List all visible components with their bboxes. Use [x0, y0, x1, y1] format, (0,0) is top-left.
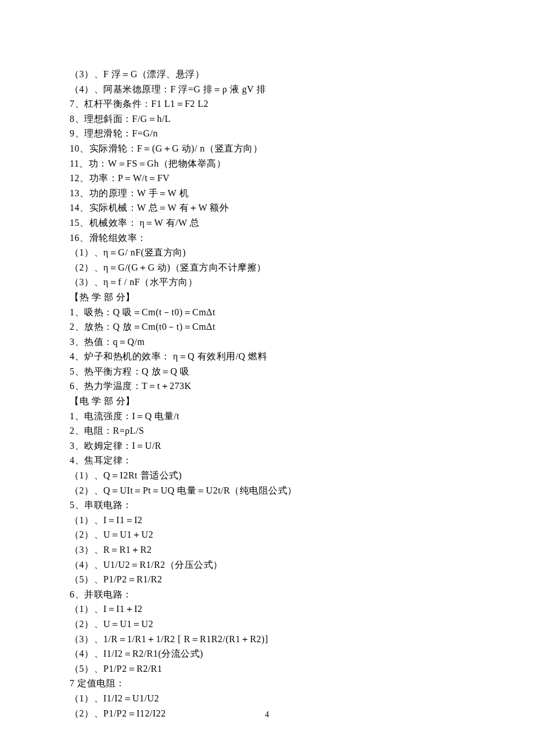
text-line: 10、实际滑轮：F＝(G＋G 动)/ n（竖直方向）	[70, 141, 464, 156]
text-line: （2）、U＝U1＝U2	[70, 617, 464, 632]
text-line: （1）、η＝G/ nF(竖直方向)	[70, 245, 464, 260]
document-content: （3）、F 浮＝G（漂浮、悬浮）（4）、阿基米德原理：F 浮=G 排＝ρ 液 g…	[70, 67, 464, 721]
text-line: 3、欧姆定律：I＝U/R	[70, 438, 464, 453]
text-line: 16、滑轮组效率：	[70, 231, 464, 246]
text-line: （5）、P1/P2＝R2/R1	[70, 661, 464, 676]
text-line: 11、功：W＝FS＝Gh（把物体举高）	[70, 156, 464, 171]
text-line: 3、热值：q＝Q/m	[70, 334, 464, 350]
text-line: 4、炉子和热机的效率： η＝Q 有效利用/Q 燃料	[70, 349, 464, 364]
text-line: （3）、R＝R1＋R2	[70, 542, 464, 557]
text-line: （4）、I1/I2＝R2/R1(分流公式)	[70, 646, 464, 661]
text-line: 13、功的原理：W 手＝W 机	[70, 186, 464, 201]
text-line: 2、电阻：R=ρL/S	[70, 423, 464, 438]
text-line: 8、理想斜面：F/G＝h/L	[70, 111, 464, 127]
text-line: 1、电流强度：I＝Q 电量/t	[70, 409, 464, 424]
page-number: 4	[0, 708, 534, 721]
text-line: （1）、I＝I1＝I2	[70, 513, 464, 528]
text-line: 12、功率：P＝W/t＝FV	[70, 171, 464, 186]
text-line: （1）、I＝I1＋I2	[70, 602, 464, 617]
text-line: （4）、阿基米德原理：F 浮=G 排＝ρ 液 gV 排	[70, 82, 464, 97]
text-line: 6、热力学温度：T＝t＋273K	[70, 379, 464, 394]
text-line: 【电 学 部 分】	[70, 394, 464, 409]
text-line: 6、并联电路：	[70, 587, 464, 602]
text-line: （1）、Q＝I2Rt 普适公式)	[70, 468, 464, 483]
text-line: （2）、U＝U1＋U2	[70, 527, 464, 542]
text-line: （3）、1/R＝1/R1＋1/R2 [ R＝R1R2/(R1＋R2)]	[70, 632, 464, 647]
text-line: 7、杠杆平衡条件：F1 L1＝F2 L2	[70, 96, 464, 111]
text-line: （3）、η＝f / nF（水平方向）	[70, 275, 464, 290]
text-line: 2、放热：Q 放＝Cm(t0－t)＝CmΔt	[70, 319, 464, 334]
text-line: 7 定值电阻：	[70, 676, 464, 691]
text-line: 14、实际机械：W 总＝W 有＋W 额外	[70, 200, 464, 215]
document-page: （3）、F 浮＝G（漂浮、悬浮）（4）、阿基米德原理：F 浮=G 排＝ρ 液 g…	[0, 0, 534, 756]
text-line: 9、理想滑轮：F=G/n	[70, 126, 464, 141]
text-line: 【热 学 部 分】	[70, 290, 464, 305]
text-line: 1、吸热：Q 吸＝Cm(t－t0)＝CmΔt	[70, 305, 464, 320]
text-line: 5、串联电路：	[70, 498, 464, 513]
text-line: （2）、Q＝UIt＝Pt＝UQ 电量＝U2t/R（纯电阻公式）	[70, 483, 464, 498]
text-line: （3）、F 浮＝G（漂浮、悬浮）	[70, 67, 464, 82]
text-line: 15、机械效率： η＝W 有/W 总	[70, 215, 464, 231]
text-line: （1）、I1/I2＝U1/U2	[70, 691, 464, 706]
text-line: 4、焦耳定律：	[70, 453, 464, 468]
text-line: 5、热平衡方程：Q 放＝Q 吸	[70, 364, 464, 379]
text-line: （2）、η＝G/(G＋G 动)（竖直方向不计摩擦）	[70, 260, 464, 275]
text-line: （4）、U1/U2＝R1/R2（分压公式）	[70, 557, 464, 573]
text-line: （5）、P1/P2＝R1/R2	[70, 572, 464, 587]
